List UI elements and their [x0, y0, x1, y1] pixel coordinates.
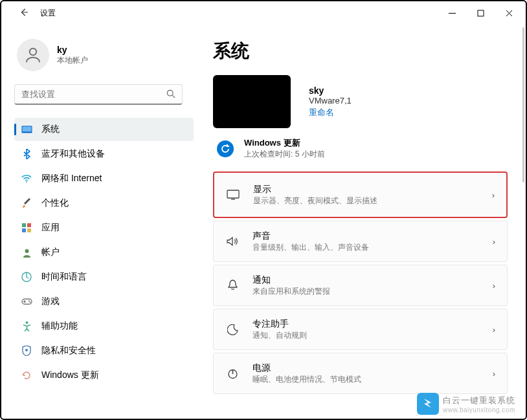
nav-label: 辅助功能: [41, 320, 78, 332]
svg-point-1: [30, 49, 37, 56]
back-button[interactable]: [19, 8, 28, 19]
nav-label: 系统: [41, 124, 60, 135]
watermark-line1: 白云一键重装系统: [443, 395, 515, 406]
windows-update-row[interactable]: Windows 更新 上次检查时间: 5 小时前: [213, 137, 508, 160]
system-icon: [21, 124, 32, 135]
svg-point-2: [167, 90, 173, 96]
avatar: [17, 39, 49, 71]
svg-rect-8: [22, 228, 26, 232]
app-title: 设置: [40, 8, 56, 19]
svg-rect-6: [22, 223, 26, 227]
nav-label: 游戏: [41, 296, 60, 307]
svg-point-14: [29, 302, 30, 303]
update-title: Windows 更新: [244, 137, 325, 149]
tile-notifications[interactable]: 通知 来自应用和系统的警报 ›: [213, 265, 508, 306]
user-name: ky: [57, 45, 88, 55]
svg-point-16: [25, 349, 28, 351]
minimize-button[interactable]: [438, 3, 466, 23]
bluetooth-icon: [21, 148, 32, 160]
tile-power[interactable]: 电源 睡眠、电池使用情况、节电模式 ›: [213, 353, 508, 394]
watermark-line2: www.baiyunxitong.com: [443, 406, 515, 414]
gamepad-icon: [21, 296, 32, 307]
tile-title: 声音: [252, 230, 480, 242]
nav-privacy[interactable]: 隐私和安全性: [14, 339, 194, 362]
sound-icon: [225, 236, 240, 247]
maximize-button[interactable]: [466, 3, 495, 23]
tile-title: 通知: [252, 274, 480, 286]
svg-rect-4: [22, 126, 31, 131]
display-icon: [226, 190, 240, 200]
nav-accounts[interactable]: 帐户: [14, 241, 194, 264]
svg-point-15: [25, 322, 28, 324]
scrollbar[interactable]: [522, 27, 524, 182]
shield-icon: [21, 345, 32, 357]
svg-point-5: [26, 181, 27, 182]
nav-label: 网络和 Internet: [41, 173, 102, 184]
tile-sub: 睡眠、电池使用情况、节电模式: [252, 374, 480, 385]
close-button[interactable]: [495, 3, 523, 23]
nav-bluetooth[interactable]: 蓝牙和其他设备: [14, 142, 194, 166]
svg-rect-7: [27, 223, 31, 227]
svg-rect-17: [227, 190, 239, 198]
nav-label: 帐户: [41, 247, 60, 258]
svg-point-13: [28, 300, 30, 302]
nav-system[interactable]: 系统: [14, 118, 194, 141]
watermark-icon: [417, 393, 439, 415]
nav-label: 隐私和安全性: [41, 345, 96, 357]
nav-network[interactable]: 网络和 Internet: [14, 167, 194, 190]
device-model: VMware7,1: [309, 96, 352, 105]
rename-link[interactable]: 重命名: [309, 107, 352, 118]
page-title: 系统: [213, 39, 508, 63]
user-profile[interactable]: ky 本地帐户: [14, 34, 194, 84]
nav-accessibility[interactable]: 辅助功能: [14, 315, 194, 338]
device-thumbnail: [213, 75, 291, 128]
tile-sub: 音量级别、输出、输入、声音设备: [252, 242, 480, 253]
tile-focus[interactable]: 专注助手 通知、自动规则 ›: [213, 309, 508, 350]
user-icon: [21, 247, 32, 258]
nav-label: Windows 更新: [41, 370, 99, 381]
power-icon: [225, 368, 240, 379]
nav-gaming[interactable]: 游戏: [14, 290, 194, 313]
chevron-right-icon: ›: [493, 325, 495, 335]
update-sub: 上次检查时间: 5 小时前: [244, 149, 325, 160]
accessibility-icon: [21, 320, 32, 332]
nav-label: 时间和语言: [41, 271, 87, 283]
search-icon: [166, 89, 175, 100]
wifi-icon: [21, 173, 32, 184]
watermark: 白云一键重装系统 www.baiyunxitong.com: [417, 393, 515, 415]
search-input[interactable]: [14, 84, 183, 105]
chevron-right-icon: ›: [492, 190, 495, 200]
nav-windows-update[interactable]: Windows 更新: [14, 364, 194, 387]
tile-sub: 显示器、亮度、夜间模式、显示描述: [253, 195, 479, 206]
svg-rect-9: [27, 228, 31, 232]
tile-title: 专注助手: [252, 318, 480, 330]
device-name: sky: [309, 85, 352, 96]
nav-label: 应用: [41, 222, 60, 234]
update-icon: [21, 370, 32, 381]
apps-icon: [21, 222, 32, 234]
tile-title: 显示: [253, 184, 479, 195]
nav-label: 个性化: [41, 197, 69, 209]
tile-sub: 来自应用和系统的警报: [252, 286, 480, 297]
tile-display[interactable]: 显示 显示器、亮度、夜间模式、显示描述 ›: [213, 171, 508, 218]
brush-icon: [21, 197, 32, 209]
sync-icon: [217, 140, 234, 157]
svg-point-10: [25, 249, 28, 253]
chevron-right-icon: ›: [493, 237, 495, 247]
chevron-right-icon: ›: [493, 281, 495, 291]
nav-apps[interactable]: 应用: [14, 216, 194, 239]
bell-icon: [225, 280, 240, 291]
nav-label: 蓝牙和其他设备: [41, 148, 105, 160]
moon-icon: [225, 324, 240, 335]
nav-personalization[interactable]: 个性化: [14, 192, 194, 215]
globe-clock-icon: [21, 271, 32, 283]
tile-sound[interactable]: 声音 音量级别、输出、输入、声音设备 ›: [213, 221, 508, 262]
svg-rect-0: [478, 10, 484, 16]
chevron-right-icon: ›: [493, 369, 495, 379]
user-sub: 本地帐户: [57, 55, 88, 66]
tile-title: 电源: [252, 362, 480, 374]
nav-time-language[interactable]: 时间和语言: [14, 265, 194, 289]
tile-sub: 通知、自动规则: [252, 330, 480, 341]
